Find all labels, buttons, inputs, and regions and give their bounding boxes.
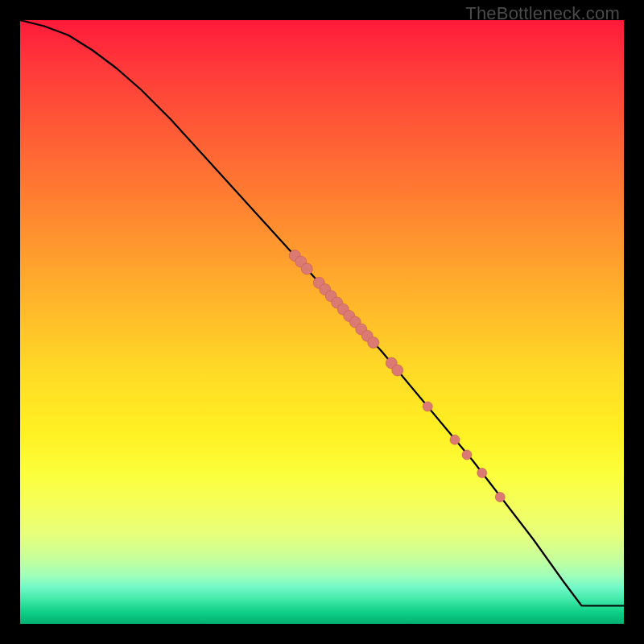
data-point-18 (477, 469, 487, 478)
data-point-17 (462, 450, 472, 460)
data-point-2 (301, 263, 312, 275)
data-point-15 (423, 402, 432, 411)
data-points (289, 250, 505, 502)
chart-frame: TheBottleneck.com (0, 0, 644, 644)
curve-line (20, 20, 624, 606)
data-point-19 (495, 493, 505, 502)
data-point-14 (392, 365, 403, 376)
data-point-16 (450, 435, 460, 444)
data-point-12 (368, 337, 379, 349)
chart-overlay (20, 20, 624, 624)
